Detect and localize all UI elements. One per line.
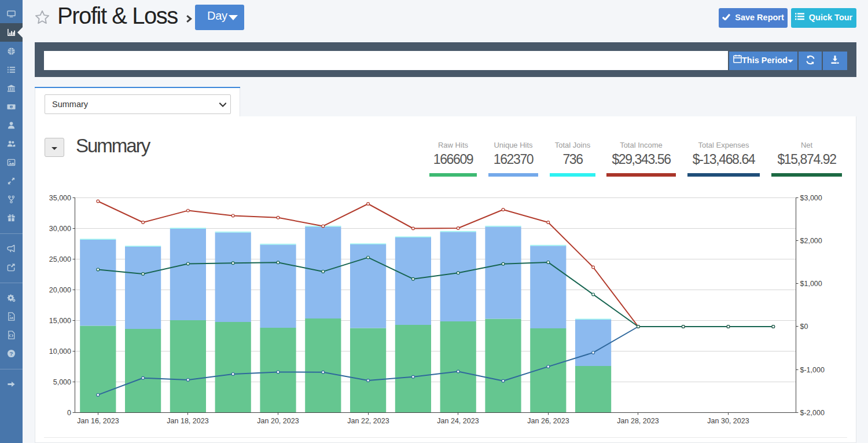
svg-text:$3,000: $3,000 — [800, 194, 822, 202]
svg-text:30,000: 30,000 — [49, 225, 71, 233]
svg-text:Jan 20, 2023: Jan 20, 2023 — [257, 417, 299, 425]
svg-text:0: 0 — [67, 409, 71, 417]
svg-text:Jan 30, 2023: Jan 30, 2023 — [707, 417, 749, 425]
svg-text:Jan 26, 2023: Jan 26, 2023 — [527, 417, 569, 425]
svg-text:Jan 18, 2023: Jan 18, 2023 — [167, 417, 208, 425]
svg-text:25,000: 25,000 — [49, 255, 71, 263]
svg-text:$0: $0 — [800, 323, 808, 331]
svg-text:5,000: 5,000 — [53, 378, 71, 386]
svg-text:$-1,000: $-1,000 — [800, 366, 825, 374]
svg-text:$2,000: $2,000 — [800, 237, 822, 245]
svg-text:35,000: 35,000 — [49, 194, 71, 202]
svg-text:Jan 22, 2023: Jan 22, 2023 — [347, 417, 389, 425]
svg-text:15,000: 15,000 — [49, 317, 71, 325]
svg-text:$-2,000: $-2,000 — [800, 409, 825, 417]
svg-text:10,000: 10,000 — [49, 347, 71, 356]
svg-text:?: ? — [9, 350, 13, 357]
svg-text:1: 1 — [10, 105, 12, 108]
svg-text:Jan 24, 2023: Jan 24, 2023 — [437, 417, 479, 425]
svg-text:Jan 28, 2023: Jan 28, 2023 — [617, 417, 659, 425]
svg-text:Jan 16, 2023: Jan 16, 2023 — [77, 417, 119, 425]
svg-text:$1,000: $1,000 — [800, 280, 822, 288]
svg-text:20,000: 20,000 — [49, 286, 71, 294]
